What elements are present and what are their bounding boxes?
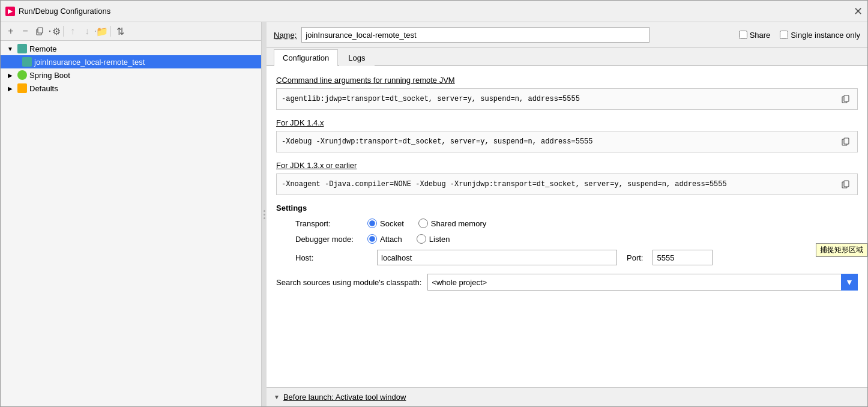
share-label[interactable]: Share <box>750 31 771 40</box>
folder-button[interactable]: 📁 <box>95 25 108 38</box>
expand-remote-icon: ▼ <box>5 46 15 52</box>
separator-2 <box>110 26 111 37</box>
jdk13-section-label: For JDK 1.3.x or earlier <box>276 161 858 170</box>
title-bar-left: ▶ Run/Debug Configurations <box>5 7 110 16</box>
defaults-label: Defaults <box>29 84 58 93</box>
tree-group-spring-boot[interactable]: ▶ Spring Boot <box>1 68 261 82</box>
command-line-code-block: -agentlib:jdwp=transport=dt_socket, serv… <box>276 88 858 110</box>
tab-configuration[interactable]: Configuration <box>274 49 338 66</box>
spring-boot-label: Spring Boot <box>29 71 70 80</box>
transport-shared-memory-option[interactable]: Shared memory <box>418 219 486 228</box>
host-port-row: Host: Port: <box>276 250 858 265</box>
classpath-select[interactable]: <whole project> <box>427 274 858 291</box>
name-input[interactable] <box>301 27 649 43</box>
host-label: Host: <box>295 253 367 262</box>
run-debug-configurations-window: ▶ Run/Debug Configurations ✕ + − ⚙ ↑ ↓ <box>0 0 868 407</box>
debugger-mode-radio-group: Attach Listen <box>367 234 450 244</box>
before-launch-collapse-icon[interactable]: ▼ <box>274 394 280 400</box>
jdk13-value: -Xnoagent -Djava.compiler=NONE -Xdebug -… <box>282 180 839 188</box>
copy-jdk14-button[interactable] <box>839 135 852 148</box>
resize-handle[interactable] <box>262 22 267 406</box>
copy-button[interactable] <box>33 25 46 38</box>
single-instance-checkbox[interactable] <box>780 31 788 39</box>
resize-dot-2 <box>264 214 265 216</box>
tabs-bar: Configuration Logs <box>267 48 867 66</box>
remove-button[interactable]: − <box>19 25 32 38</box>
separator-1 <box>63 26 64 37</box>
transport-row: Transport: Socket Shared memory <box>276 219 858 228</box>
transport-shared-memory-label: Shared memory <box>431 219 486 228</box>
svg-rect-1 <box>38 28 43 33</box>
tab-logs[interactable]: Logs <box>339 49 374 66</box>
tree-area: ▼ Remote joinInsurance_local-remote_test… <box>1 41 261 406</box>
defaults-icon <box>17 83 27 93</box>
classpath-label: Search sources using module's classpath: <box>276 278 421 287</box>
main-content: + − ⚙ ↑ ↓ 📁 ⇅ <box>1 22 867 406</box>
transport-socket-label: Socket <box>380 219 404 228</box>
name-right-options: Share Single instance only <box>739 31 860 40</box>
classpath-row: Search sources using module's classpath:… <box>276 274 858 291</box>
classpath-select-wrap: <whole project> ▼ <box>427 274 858 291</box>
title-bar-text: Run/Debug Configurations <box>19 7 110 16</box>
debugger-listen-label: Listen <box>429 235 450 244</box>
toolbar: + − ⚙ ↑ ↓ 📁 ⇅ <box>1 22 261 41</box>
debugger-attach-radio[interactable] <box>367 234 377 244</box>
add-button[interactable]: + <box>4 25 17 38</box>
capture-tooltip: 捕捉矩形区域 <box>816 243 867 257</box>
settings-button[interactable]: ⚙ <box>47 25 61 38</box>
close-button[interactable]: ✕ <box>854 6 863 17</box>
before-launch-bar: ▼ Before launch: Activate tool window <box>267 387 867 406</box>
command-line-value: -agentlib:jdwp=transport=dt_socket, serv… <box>282 95 839 103</box>
debugger-listen-option[interactable]: Listen <box>417 234 450 244</box>
debugger-listen-radio[interactable] <box>417 234 426 244</box>
transport-label: Transport: <box>295 219 367 228</box>
tree-item-join-insurance[interactable]: joinInsurance_local-remote_test <box>1 55 261 68</box>
port-label: Port: <box>627 253 643 262</box>
debugger-attach-option[interactable]: Attach <box>367 234 402 244</box>
resize-dot-1 <box>264 210 265 212</box>
svg-rect-3 <box>844 95 849 101</box>
spring-boot-icon <box>17 70 27 80</box>
copy-command-line-button[interactable] <box>839 92 852 106</box>
name-row: Name: Share Single instance only <box>267 22 867 48</box>
svg-rect-7 <box>844 181 849 187</box>
config-item-label: joinInsurance_local-remote_test <box>34 58 145 67</box>
app-icon: ▶ <box>5 7 15 16</box>
title-bar: ▶ Run/Debug Configurations ✕ <box>1 1 867 22</box>
share-checkbox-group: Share <box>739 31 771 40</box>
sort-button[interactable]: ⇅ <box>113 25 127 38</box>
left-panel: + − ⚙ ↑ ↓ 📁 ⇅ <box>1 22 262 406</box>
expand-defaults-icon: ▶ <box>5 85 15 92</box>
port-input[interactable] <box>653 250 713 265</box>
move-down-button[interactable]: ↓ <box>80 25 94 38</box>
jdk14-value: -Xdebug -Xrunjdwp:transport=dt_socket, s… <box>282 137 839 146</box>
before-launch-text[interactable]: Before launch: Activate tool window <box>283 393 406 402</box>
config-panel: CCommand line arguments for running remo… <box>267 66 867 387</box>
debugger-mode-label: Debugger mode: <box>295 235 367 244</box>
settings-section: Settings Transport: Socket Shared memory <box>276 204 858 291</box>
transport-radio-group: Socket Shared memory <box>367 219 486 228</box>
resize-dot-3 <box>264 217 265 219</box>
tree-group-defaults[interactable]: ▶ Defaults <box>1 82 261 95</box>
tree-group-remote[interactable]: ▼ Remote <box>1 42 261 55</box>
settings-title: Settings <box>276 204 858 213</box>
host-input[interactable] <box>377 250 617 265</box>
debugger-attach-label: Attach <box>380 235 402 244</box>
remote-group-label: Remote <box>29 44 57 53</box>
remote-group-icon <box>17 44 27 53</box>
config-item-icon <box>22 57 32 67</box>
transport-socket-radio[interactable] <box>367 219 377 228</box>
right-panel: Name: Share Single instance only Configu… <box>267 22 867 406</box>
command-line-section-label: CCommand line arguments for running remo… <box>276 76 858 85</box>
jdk14-section-label: For JDK 1.4.x <box>276 118 858 127</box>
jdk13-code-block: -Xnoagent -Djava.compiler=NONE -Xdebug -… <box>276 173 858 195</box>
copy-jdk13-button[interactable] <box>839 178 852 191</box>
single-instance-checkbox-group: Single instance only <box>780 31 860 40</box>
transport-socket-option[interactable]: Socket <box>367 219 404 228</box>
name-label: Name: <box>274 31 297 40</box>
move-up-button[interactable]: ↑ <box>66 25 79 38</box>
transport-shared-memory-radio[interactable] <box>418 219 428 228</box>
debugger-mode-row: Debugger mode: Attach Listen <box>276 234 858 244</box>
single-instance-label[interactable]: Single instance only <box>791 31 860 40</box>
share-checkbox[interactable] <box>739 31 747 39</box>
